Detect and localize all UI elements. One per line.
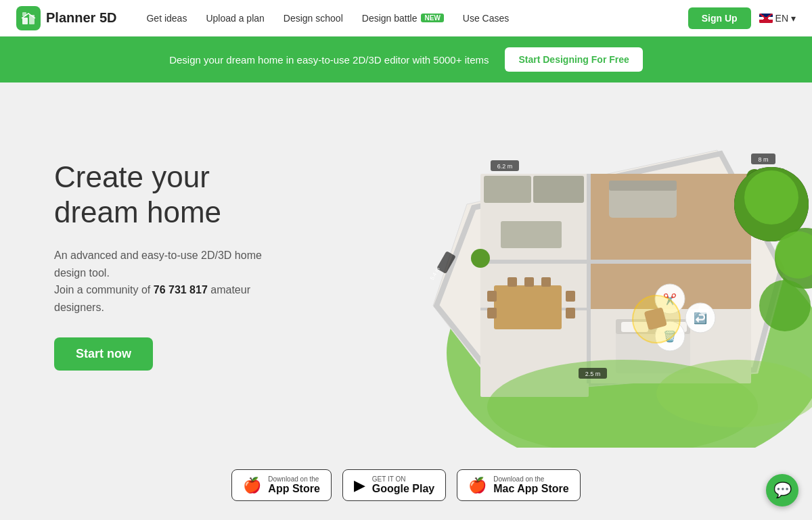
apple-mac-icon: 🍎 [468, 477, 487, 494]
svg-point-48 [744, 170, 798, 224]
mac-app-store-button[interactable]: 🍎 Download on the Mac App Store [457, 469, 580, 501]
svg-rect-14 [533, 176, 584, 203]
chat-button[interactable]: 💬 [766, 474, 798, 506]
banner-text: Design your dream home in easy-to-use 2D… [169, 54, 489, 66]
svg-rect-27 [508, 277, 517, 287]
nav-links: Get ideas Upload a plan Design school De… [138, 9, 687, 28]
new-badge: NEW [421, 14, 443, 22]
nav-item-upload-plan[interactable]: Upload a plan [198, 9, 272, 28]
svg-rect-29 [541, 277, 551, 287]
svg-rect-15 [501, 221, 562, 248]
language-selector[interactable]: EN ▾ [759, 13, 796, 24]
svg-rect-24 [487, 308, 497, 318]
svg-rect-22 [494, 285, 562, 329]
svg-text:2.5 m: 2.5 m [585, 371, 601, 377]
logo-icon [16, 6, 41, 30]
svg-point-56 [698, 304, 709, 314]
svg-point-51 [759, 280, 811, 331]
start-now-button[interactable]: Start now [54, 337, 153, 371]
play-store-icon: ▶ [354, 477, 365, 494]
svg-text:5.4 m: 5.4 m [429, 266, 441, 281]
hero-description: An advanced and easy-to-use 2D/3D home d… [54, 247, 271, 316]
google-play-text: GET IT ON Google Play [372, 475, 434, 495]
nav-item-use-cases[interactable]: Use Cases [455, 9, 517, 28]
hero-content: Create your dream home An advanced and e… [0, 119, 325, 412]
google-play-button[interactable]: ▶ GET IT ON Google Play [342, 469, 446, 501]
nav-item-design-school[interactable]: Design school [275, 9, 351, 28]
svg-rect-25 [566, 291, 575, 302]
svg-rect-17 [609, 181, 677, 191]
svg-point-30 [471, 249, 490, 268]
svg-rect-13 [484, 176, 531, 203]
svg-rect-0 [22, 18, 28, 24]
svg-point-53 [656, 360, 812, 427]
app-stores-section: 🍎 Download on the App Store ▶ GET IT ON … [0, 448, 812, 520]
chevron-down-icon: ▾ [791, 13, 796, 24]
signup-button[interactable]: Sign Up [688, 7, 751, 29]
floor-plan-svg: 6.2 m 8 m 5.4 m ✂️ 🗑️ ↩️ [365, 82, 812, 448]
hero-illustration: 6.2 m 8 m 5.4 m ✂️ 🗑️ ↩️ [365, 82, 812, 448]
nav-item-design-battle[interactable]: Design battle NEW [354, 9, 452, 28]
svg-rect-23 [487, 291, 497, 302]
community-count: 76 731 817 [154, 284, 208, 296]
hero-title: Create your dream home [54, 160, 271, 231]
logo-text: Planner 5D [46, 10, 116, 26]
promo-banner: Design your dream home in easy-to-use 2D… [0, 37, 812, 82]
flag-icon [759, 14, 773, 23]
banner-cta-button[interactable]: Start Designing For Free [505, 47, 642, 72]
hero-section: Create your dream home An advanced and e… [0, 82, 812, 448]
svg-text:6.2 m: 6.2 m [497, 163, 513, 170]
logo[interactable]: Planner 5D [16, 6, 116, 30]
chat-icon: 💬 [773, 481, 792, 499]
svg-rect-26 [566, 308, 575, 318]
navbar: Planner 5D Get ideas Upload a plan Desig… [0, 0, 812, 37]
svg-text:8 m: 8 m [758, 156, 768, 163]
nav-item-get-ideas[interactable]: Get ideas [138, 9, 195, 28]
nav-right: Sign Up EN ▾ [688, 7, 796, 29]
apple-icon: 🍎 [243, 477, 261, 494]
svg-rect-28 [524, 277, 534, 287]
app-store-text: Download on the App Store [268, 475, 319, 495]
app-store-button[interactable]: 🍎 Download on the App Store [231, 469, 331, 501]
mac-app-store-text: Download on the Mac App Store [493, 475, 568, 495]
